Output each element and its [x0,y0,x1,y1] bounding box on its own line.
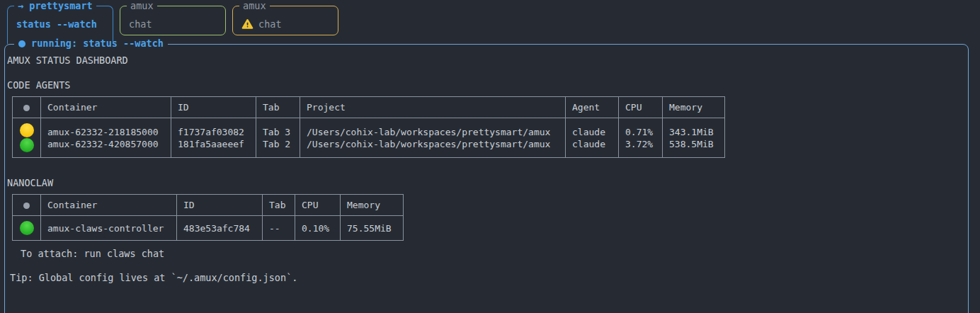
nanoclaw-table: ContainerIDTabCPUMemoryamux-claws-contro… [12,194,404,241]
cell-line: 0.71% [625,126,656,138]
cell-line: 3.72% [625,138,656,150]
status-yellow-icon [20,123,34,137]
cell-line: claude [572,126,612,138]
terminal-screen: → prettysmart status --watch amux chat a… [0,0,980,313]
column-header: ID [171,97,256,118]
cell-line: /Users/cohix-lab/workspaces/prettysmart/… [307,126,559,138]
cell-line: Tab 3 [263,126,293,138]
dashboard-heading: AMUX STATUS DASHBOARD [7,55,968,67]
cpu-cell: 0.71%3.72% [619,118,663,158]
cell-line: 343.1MiB [669,126,718,138]
tab-title: → prettysmart [14,0,96,11]
status-green-icon [20,221,34,235]
config-tip: Tip: Global config lives at `~/.amux/con… [10,272,968,284]
code-agents-table: ContainerIDTabProjectAgentCPUMemoryamux-… [12,96,725,158]
tab-command: chat [258,18,282,30]
table-body: amux-claws-controller483e53afc784--0.10%… [13,216,404,241]
column-header: Container [41,97,171,118]
tab-cell: -- [263,216,295,241]
cell-line: amux-62332-218185000 [47,126,164,138]
tab-command: chat [129,18,152,30]
column-header: CPU [295,195,341,216]
column-header: Tab [256,97,300,118]
running-panel: running: status --watch AMUX STATUS DASH… [4,44,969,313]
tab-cell: Tab 3Tab 2 [256,118,300,158]
status-column-header [13,97,41,118]
cell-line: amux-62332-420857000 [47,138,164,150]
nanoclaw-section-title: NANOCLAW [7,177,968,189]
column-header: CPU [619,97,663,118]
code-agents-section-title: CODE AGENTS [7,79,968,91]
cpu-cell: 0.10% [295,216,341,241]
cell-line: f1737af03082 [178,126,249,138]
cell-line: -- [269,222,288,234]
cell-line: 75.55MiB [347,222,397,234]
column-header: Project [300,97,566,118]
column-header: Memory [341,195,404,216]
cell-line: /Users/cohix-lab/workspaces/prettysmart/… [307,138,559,150]
tab-command: status --watch [16,18,97,30]
table-body: amux-62332-218185000amux-62332-420857000… [13,118,725,158]
cell-line: 538.5MiB [669,138,718,150]
tab-title: amux [239,0,270,11]
status-dot-icon [23,203,30,209]
container-cell: amux-claws-controller [41,216,177,241]
table-header-row: ContainerIDTabCPUMemory [13,195,404,216]
cell-line: Tab 2 [263,138,293,150]
status-column-header [13,195,41,216]
column-header: Container [41,195,177,216]
column-header: Agent [566,97,619,118]
status-dot-icon [23,105,30,111]
tab-amux-chat-1[interactable]: amux chat [120,6,226,35]
cell-line: 181fa5aaeeef [178,138,249,150]
column-header: ID [177,195,263,216]
cell-line: 483e53afc784 [183,222,256,234]
table-header-row: ContainerIDTabProjectAgentCPUMemory [13,97,725,118]
project-cell: /Users/cohix-lab/workspaces/prettysmart/… [300,118,566,158]
memory-cell: 343.1MiB538.5MiB [663,118,725,158]
cell-line: amux-claws-controller [47,222,170,234]
tab-amux-chat-2[interactable]: amux chat [232,6,338,35]
tab-bar: → prettysmart status --watch amux chat a… [7,6,338,44]
column-header: Tab [263,195,295,216]
attach-hint: To attach: run claws chat [21,248,968,260]
id-cell: 483e53afc784 [177,216,263,241]
agent-cell: claudeclaude [566,118,619,158]
tab-prettysmart-status[interactable]: → prettysmart status --watch [7,6,113,44]
memory-cell: 75.55MiB [341,216,404,241]
status-cell [13,118,41,158]
column-header: Memory [663,97,725,118]
warning-icon [241,18,253,30]
container-cell: amux-62332-218185000amux-62332-420857000 [41,118,171,158]
status-green-icon [20,138,34,152]
id-cell: f1737af03082181fa5aaeeef [171,118,256,158]
cell-line: 0.10% [302,222,334,234]
cell-line: claude [572,138,612,150]
tab-title: amux [127,0,157,11]
status-cell [13,216,41,241]
